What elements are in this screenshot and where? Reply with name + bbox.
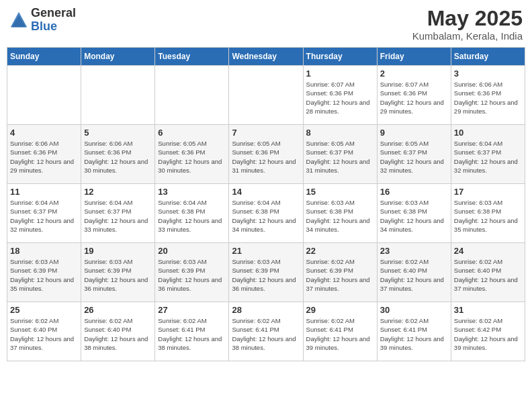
day-number: 31 xyxy=(454,305,522,315)
logo-text: General Blue xyxy=(31,7,76,34)
day-number: 29 xyxy=(306,305,374,315)
calendar-week-3: 11Sunrise: 6:04 AMSunset: 6:37 PMDayligh… xyxy=(7,184,525,243)
calendar-week-1: 1Sunrise: 6:07 AMSunset: 6:36 PMDaylight… xyxy=(7,66,525,125)
logo-icon xyxy=(9,11,28,30)
day-info: Sunrise: 6:05 AMSunset: 6:37 PMDaylight:… xyxy=(380,139,448,175)
logo: General Blue xyxy=(9,7,76,34)
calendar-cell: 6Sunrise: 6:05 AMSunset: 6:36 PMDaylight… xyxy=(155,125,229,184)
day-info: Sunrise: 6:02 AMSunset: 6:42 PMDaylight:… xyxy=(454,316,522,352)
day-info: Sunrise: 6:04 AMSunset: 6:37 PMDaylight:… xyxy=(84,198,152,234)
calendar-cell: 26Sunrise: 6:02 AMSunset: 6:40 PMDayligh… xyxy=(81,302,155,361)
calendar-cell: 9Sunrise: 6:05 AMSunset: 6:37 PMDaylight… xyxy=(377,125,451,184)
title-block: May 2025 Kumbalam, Kerala, India xyxy=(412,7,523,42)
calendar-cell: 25Sunrise: 6:02 AMSunset: 6:40 PMDayligh… xyxy=(7,302,81,361)
day-header-friday: Friday xyxy=(377,48,451,66)
calendar-cell: 27Sunrise: 6:02 AMSunset: 6:41 PMDayligh… xyxy=(155,302,229,361)
day-info: Sunrise: 6:06 AMSunset: 6:36 PMDaylight:… xyxy=(454,80,522,116)
day-info: Sunrise: 6:02 AMSunset: 6:41 PMDaylight:… xyxy=(158,316,226,352)
day-number: 15 xyxy=(306,187,374,197)
day-info: Sunrise: 6:02 AMSunset: 6:41 PMDaylight:… xyxy=(306,316,374,352)
day-info: Sunrise: 6:02 AMSunset: 6:40 PMDaylight:… xyxy=(84,316,152,352)
calendar-cell xyxy=(81,66,155,125)
calendar-cell: 4Sunrise: 6:06 AMSunset: 6:36 PMDaylight… xyxy=(7,125,81,184)
calendar-cell: 8Sunrise: 6:05 AMSunset: 6:37 PMDaylight… xyxy=(303,125,377,184)
calendar-cell: 28Sunrise: 6:02 AMSunset: 6:41 PMDayligh… xyxy=(229,302,303,361)
day-info: Sunrise: 6:05 AMSunset: 6:37 PMDaylight:… xyxy=(306,139,374,175)
calendar-cell: 17Sunrise: 6:03 AMSunset: 6:38 PMDayligh… xyxy=(451,184,525,243)
day-info: Sunrise: 6:02 AMSunset: 6:40 PMDaylight:… xyxy=(10,316,78,352)
day-info: Sunrise: 6:04 AMSunset: 6:38 PMDaylight:… xyxy=(232,198,300,234)
calendar-cell: 24Sunrise: 6:02 AMSunset: 6:40 PMDayligh… xyxy=(451,243,525,302)
calendar-cell xyxy=(229,66,303,125)
calendar-cell: 15Sunrise: 6:03 AMSunset: 6:38 PMDayligh… xyxy=(303,184,377,243)
day-number: 24 xyxy=(454,246,522,256)
calendar-cell: 29Sunrise: 6:02 AMSunset: 6:41 PMDayligh… xyxy=(303,302,377,361)
calendar-cell: 16Sunrise: 6:03 AMSunset: 6:38 PMDayligh… xyxy=(377,184,451,243)
day-number: 5 xyxy=(84,128,152,138)
calendar-cell: 5Sunrise: 6:06 AMSunset: 6:36 PMDaylight… xyxy=(81,125,155,184)
day-number: 16 xyxy=(380,187,448,197)
day-number: 25 xyxy=(10,305,78,315)
day-number: 17 xyxy=(454,187,522,197)
day-header-saturday: Saturday xyxy=(451,48,525,66)
calendar-cell: 11Sunrise: 6:04 AMSunset: 6:37 PMDayligh… xyxy=(7,184,81,243)
day-info: Sunrise: 6:03 AMSunset: 6:39 PMDaylight:… xyxy=(232,257,300,293)
calendar-cell: 1Sunrise: 6:07 AMSunset: 6:36 PMDaylight… xyxy=(303,66,377,125)
day-info: Sunrise: 6:02 AMSunset: 6:39 PMDaylight:… xyxy=(306,257,374,293)
calendar-cell: 3Sunrise: 6:06 AMSunset: 6:36 PMDaylight… xyxy=(451,66,525,125)
day-info: Sunrise: 6:05 AMSunset: 6:36 PMDaylight:… xyxy=(232,139,300,175)
day-number: 1 xyxy=(306,68,374,79)
day-info: Sunrise: 6:06 AMSunset: 6:36 PMDaylight:… xyxy=(10,139,78,175)
day-number: 9 xyxy=(380,128,448,138)
day-info: Sunrise: 6:05 AMSunset: 6:36 PMDaylight:… xyxy=(158,139,226,175)
day-info: Sunrise: 6:04 AMSunset: 6:37 PMDaylight:… xyxy=(454,139,522,175)
calendar-cell: 10Sunrise: 6:04 AMSunset: 6:37 PMDayligh… xyxy=(451,125,525,184)
day-number: 20 xyxy=(158,246,226,256)
location: Kumbalam, Kerala, India xyxy=(412,30,523,42)
day-number: 27 xyxy=(158,305,226,315)
logo-blue: Blue xyxy=(31,19,57,33)
day-number: 6 xyxy=(158,128,226,138)
day-number: 28 xyxy=(232,305,300,315)
day-number: 30 xyxy=(380,305,448,315)
day-number: 7 xyxy=(232,128,300,138)
calendar-week-4: 18Sunrise: 6:03 AMSunset: 6:39 PMDayligh… xyxy=(7,243,525,302)
day-header-monday: Monday xyxy=(81,48,155,66)
day-info: Sunrise: 6:04 AMSunset: 6:37 PMDaylight:… xyxy=(10,198,78,234)
day-number: 4 xyxy=(10,128,78,138)
calendar-cell: 18Sunrise: 6:03 AMSunset: 6:39 PMDayligh… xyxy=(7,243,81,302)
day-number: 3 xyxy=(454,68,522,79)
day-header-tuesday: Tuesday xyxy=(155,48,229,66)
calendar-cell: 19Sunrise: 6:03 AMSunset: 6:39 PMDayligh… xyxy=(81,243,155,302)
day-number: 13 xyxy=(158,187,226,197)
calendar-cell xyxy=(155,66,229,125)
calendar-cell: 7Sunrise: 6:05 AMSunset: 6:36 PMDaylight… xyxy=(229,125,303,184)
day-number: 10 xyxy=(454,128,522,138)
day-info: Sunrise: 6:03 AMSunset: 6:39 PMDaylight:… xyxy=(84,257,152,293)
day-number: 19 xyxy=(84,246,152,256)
calendar-table: SundayMondayTuesdayWednesdayThursdayFrid… xyxy=(7,47,525,361)
day-header-thursday: Thursday xyxy=(303,48,377,66)
day-number: 21 xyxy=(232,246,300,256)
day-number: 26 xyxy=(84,305,152,315)
page-header: General Blue May 2025 Kumbalam, Kerala, … xyxy=(7,7,525,42)
calendar-cell: 23Sunrise: 6:02 AMSunset: 6:40 PMDayligh… xyxy=(377,243,451,302)
calendar-week-5: 25Sunrise: 6:02 AMSunset: 6:40 PMDayligh… xyxy=(7,302,525,361)
calendar-cell: 31Sunrise: 6:02 AMSunset: 6:42 PMDayligh… xyxy=(451,302,525,361)
day-header-sunday: Sunday xyxy=(7,48,81,66)
logo-general: General xyxy=(31,6,76,19)
calendar-cell: 12Sunrise: 6:04 AMSunset: 6:37 PMDayligh… xyxy=(81,184,155,243)
month-year: May 2025 xyxy=(412,7,523,30)
day-info: Sunrise: 6:02 AMSunset: 6:40 PMDaylight:… xyxy=(454,257,522,293)
day-info: Sunrise: 6:03 AMSunset: 6:38 PMDaylight:… xyxy=(380,198,448,234)
day-info: Sunrise: 6:03 AMSunset: 6:39 PMDaylight:… xyxy=(158,257,226,293)
day-number: 14 xyxy=(232,187,300,197)
day-number: 12 xyxy=(84,187,152,197)
day-number: 22 xyxy=(306,246,374,256)
calendar-cell: 14Sunrise: 6:04 AMSunset: 6:38 PMDayligh… xyxy=(229,184,303,243)
calendar-body: 1Sunrise: 6:07 AMSunset: 6:36 PMDaylight… xyxy=(7,66,525,361)
days-header-row: SundayMondayTuesdayWednesdayThursdayFrid… xyxy=(7,48,525,66)
calendar-cell: 21Sunrise: 6:03 AMSunset: 6:39 PMDayligh… xyxy=(229,243,303,302)
calendar-cell: 22Sunrise: 6:02 AMSunset: 6:39 PMDayligh… xyxy=(303,243,377,302)
calendar-cell xyxy=(7,66,81,125)
